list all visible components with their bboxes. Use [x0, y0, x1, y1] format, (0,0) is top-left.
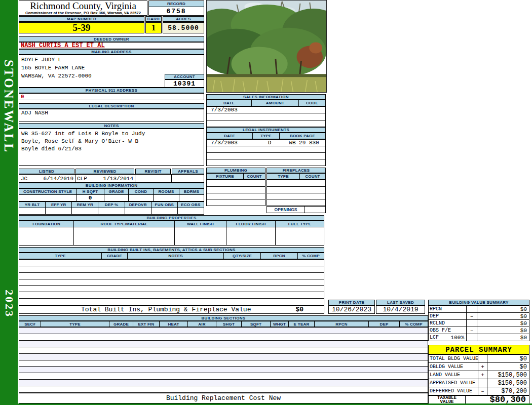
revisit-value[interactable] — [135, 175, 171, 182]
built-ins-row[interactable] — [19, 299, 324, 305]
eff-yr-value[interactable] — [46, 208, 71, 214]
ps-value[interactable]: $0 — [487, 363, 529, 371]
physical-911-value[interactable]: 0 — [19, 93, 204, 100]
built-ins-row[interactable] — [19, 279, 324, 286]
taxable-value-row: TAXABLE VALUE $80,300 — [428, 395, 529, 404]
taxable-value-amount[interactable]: $80,300 — [466, 396, 529, 403]
legal-description-value[interactable]: ADJ NASH — [19, 109, 204, 122]
ps-value[interactable]: $150,500 — [487, 371, 529, 379]
col-whgt: WHGT — [271, 321, 288, 327]
card-label: CARD — [145, 16, 162, 22]
ps-op: – — [478, 387, 487, 395]
bdrms-value[interactable] — [179, 195, 204, 201]
roof-type-value[interactable] — [74, 227, 174, 245]
ps-value[interactable]: $0 — [487, 355, 529, 362]
fun-obs-value[interactable] — [151, 208, 177, 214]
ps-value[interactable]: $70,200 — [487, 387, 529, 395]
map-number-value[interactable]: 5-39 — [19, 22, 144, 33]
grade-value[interactable] — [104, 195, 128, 201]
floor-finish-value[interactable] — [226, 227, 275, 245]
plumbing-row[interactable] — [207, 180, 265, 187]
deeded-owner-value[interactable]: NASH CURTIS A EST ET AL — [19, 42, 204, 49]
rem-yr-value[interactable] — [72, 208, 98, 214]
bvs-value[interactable]: $0 — [477, 320, 529, 327]
account-value[interactable]: 10391 — [165, 79, 204, 88]
rooms-value[interactable] — [154, 195, 179, 201]
bvs-value[interactable]: $0 — [477, 313, 529, 319]
fireplace-row[interactable] — [267, 180, 325, 187]
building-section-row[interactable] — [19, 341, 428, 347]
foundation-value[interactable] — [19, 227, 73, 245]
col-type: TYPE — [19, 253, 101, 259]
building-information-title: BUILDING INFORMATION — [19, 183, 204, 188]
listed-by: JC — [21, 176, 27, 182]
listed-value[interactable]: JC 6/14/2019 — [19, 175, 75, 182]
record-value[interactable]: 6758 — [149, 7, 204, 15]
building-section-row[interactable] — [19, 360, 428, 367]
bvs-op — [467, 306, 477, 312]
notes-value[interactable]: WB 35-627 int of Lois R Boyle to Judy Bo… — [19, 129, 204, 166]
appeals-value[interactable] — [172, 175, 204, 182]
plumbing-row[interactable] — [207, 193, 265, 200]
bvs-label: OBS F/E — [429, 327, 466, 334]
legal-description-label: LEGAL DESCRIPTION — [19, 103, 204, 109]
acres-value[interactable]: 58.5000 — [163, 22, 204, 33]
print-date-label: PRINT DATE — [328, 300, 375, 305]
col-rooms: ROOMS — [154, 189, 179, 194]
bvs-value[interactable]: $0 — [477, 306, 529, 312]
construction-style-value[interactable] — [19, 195, 76, 201]
eco-obs-value[interactable] — [178, 208, 204, 214]
card-value[interactable]: 1 — [145, 22, 162, 33]
instr-book-page: WB 29 830 — [283, 140, 325, 146]
parcel-photo-image — [207, 1, 326, 92]
built-ins-row[interactable] — [19, 286, 324, 292]
col-wall-finish: WALL FINISH — [175, 221, 226, 227]
legal-instrument-row[interactable] — [207, 159, 325, 166]
sales-row[interactable] — [207, 113, 325, 120]
parcel-photo[interactable] — [206, 0, 327, 93]
building-section-row[interactable] — [19, 334, 428, 341]
sales-row[interactable] — [207, 120, 325, 127]
dep-pct-value[interactable] — [98, 208, 124, 214]
building-section-row[interactable] — [19, 328, 428, 334]
ps-op: + — [478, 371, 487, 379]
openings-value[interactable] — [305, 207, 325, 213]
col-dep-pct: DEP % — [98, 202, 124, 208]
plumbing-row[interactable] — [207, 187, 265, 193]
yr-blt-value[interactable] — [19, 208, 45, 214]
built-ins-row[interactable] — [19, 292, 324, 299]
building-section-row[interactable] — [19, 386, 428, 392]
sales-row[interactable]: 7/3/2003 — [207, 107, 325, 113]
building-section-row[interactable] — [19, 347, 428, 354]
h-sqft-value[interactable]: 0 — [77, 195, 104, 201]
fuel-type-value[interactable] — [276, 227, 324, 245]
last-saved-label: LAST SAVED — [376, 300, 425, 305]
mailing-line: WARSAW, VA 22572-0000 — [19, 72, 92, 80]
bvs-value[interactable]: $0 — [477, 327, 529, 334]
built-ins-row[interactable] — [19, 260, 324, 266]
legal-instrument-row[interactable]: 7/3/2003 D WB 29 830 — [207, 140, 325, 146]
legal-instrument-row[interactable] — [207, 146, 325, 153]
fireplace-row[interactable] — [267, 187, 325, 193]
bvs-value[interactable]: $0 — [477, 334, 529, 341]
plumbing-row[interactable] — [207, 199, 265, 206]
building-section-row[interactable] — [19, 373, 428, 380]
built-ins-row[interactable] — [19, 273, 324, 279]
depovr-value[interactable] — [125, 208, 151, 214]
building-value-summary-title: BUILDING VALUE SUMMARY — [428, 300, 529, 305]
fireplace-row[interactable] — [267, 199, 325, 206]
reviewed-value[interactable]: CLP 1/13/2014 — [75, 175, 135, 182]
built-ins-row[interactable] — [19, 266, 324, 273]
building-section-row[interactable] — [19, 367, 428, 373]
ps-value[interactable]: $150,500 — [487, 379, 529, 387]
cond-value[interactable] — [129, 195, 153, 201]
col-eco-obs: ECO OBS — [178, 202, 204, 208]
fireplace-row[interactable] — [267, 193, 325, 200]
instr-date: 7/3/2003 — [207, 140, 256, 146]
building-section-row[interactable] — [19, 354, 428, 360]
legal-instrument-row[interactable] — [207, 153, 325, 159]
wall-finish-value[interactable] — [175, 227, 226, 245]
building-section-row[interactable] — [19, 380, 428, 386]
listed-date: 6/14/2019 — [44, 176, 73, 182]
col-sec-dep: DEP — [369, 321, 399, 327]
